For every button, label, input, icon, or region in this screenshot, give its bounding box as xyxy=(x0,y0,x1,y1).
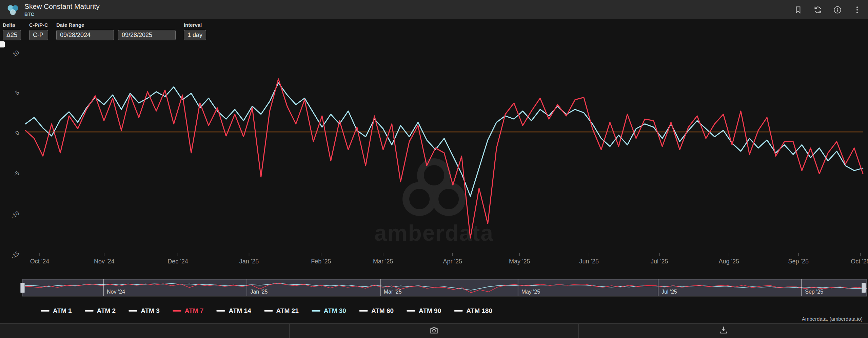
legend-label: ATM 14 xyxy=(229,307,251,315)
legend-item-atm-60[interactable]: ATM 60 xyxy=(359,307,394,315)
date-range-label: Date Range xyxy=(56,22,176,28)
info-icon[interactable] xyxy=(833,5,842,15)
legend-label: ATM 2 xyxy=(97,307,116,315)
legend-dash xyxy=(85,310,94,312)
interval-label: Interval xyxy=(184,22,206,28)
x-tick-label: Oct '24 xyxy=(30,258,49,265)
delta-label: Delta xyxy=(3,22,21,28)
toolbar-cell-left[interactable] xyxy=(0,324,289,338)
legend-label: ATM 7 xyxy=(185,307,204,315)
kebab-menu-icon[interactable] xyxy=(852,5,862,15)
legend-dash xyxy=(359,310,368,312)
interval-select[interactable]: 1 day xyxy=(184,30,206,40)
legend-label: ATM 90 xyxy=(419,307,441,315)
legend-label: ATM 60 xyxy=(371,307,394,315)
legend-label: ATM 3 xyxy=(141,307,160,315)
left-edge-handle[interactable] xyxy=(0,41,5,47)
legend-label: ATM 21 xyxy=(276,307,299,315)
header-actions xyxy=(793,5,862,15)
legend-item-atm-180[interactable]: ATM 180 xyxy=(454,307,492,315)
delta-select[interactable]: Δ25 xyxy=(3,30,21,40)
legend-label: ATM 180 xyxy=(466,307,492,315)
navigator-left-handle[interactable] xyxy=(20,283,25,293)
x-tick-label: Feb '25 xyxy=(311,258,331,265)
legend-item-atm-3[interactable]: ATM 3 xyxy=(129,307,160,315)
y-tick-label: -5 xyxy=(13,170,20,178)
x-tick-label: Apr '25 xyxy=(443,258,462,265)
x-tick-label: Mar '25 xyxy=(373,258,393,265)
y-tick-label: 10 xyxy=(12,49,20,58)
legend-dash xyxy=(407,310,415,312)
x-tick-label: May '25 xyxy=(509,258,530,265)
legend-dash xyxy=(216,310,225,312)
y-tick-label: -10 xyxy=(10,210,20,220)
cppc-label: C-P/P-C xyxy=(29,22,48,28)
y-tick-label: 0 xyxy=(14,130,21,137)
date-end-input[interactable] xyxy=(118,30,176,40)
x-tick-label: Jan '25 xyxy=(239,258,259,265)
x-tick-label: Sep '25 xyxy=(788,258,809,265)
refresh-icon[interactable] xyxy=(813,5,823,15)
x-tick-label: Aug '25 xyxy=(719,258,739,265)
navigator-right-handle[interactable] xyxy=(862,283,866,293)
filter-group-date-range: Date Range xyxy=(56,22,176,40)
filter-group-interval: Interval 1 day xyxy=(184,22,206,40)
legend-dash xyxy=(41,310,50,312)
download-icon xyxy=(719,326,728,336)
legend-item-atm-14[interactable]: ATM 14 xyxy=(216,307,251,315)
legend-label: ATM 1 xyxy=(53,307,72,315)
legend-dash xyxy=(264,310,273,312)
camera-icon xyxy=(430,326,438,336)
x-tick-label: Jun '25 xyxy=(579,258,599,265)
date-range-inputs xyxy=(56,30,176,40)
legend-label: ATM 30 xyxy=(324,307,346,315)
legend-dash xyxy=(173,310,181,312)
bottom-toolbar xyxy=(0,323,868,338)
page-subtitle: BTC xyxy=(24,12,100,17)
range-navigator[interactable] xyxy=(22,279,867,296)
filter-bar: Delta Δ25 C-P/P-C C-P Date Range Interva… xyxy=(0,19,868,42)
app-root: Skew Constant Maturity BTC xyxy=(0,0,868,338)
y-tick-label: 5 xyxy=(14,89,21,96)
legend-item-atm-21[interactable]: ATM 21 xyxy=(264,307,299,315)
legend-dash xyxy=(454,310,463,312)
toolbar-cell-download[interactable] xyxy=(578,324,868,338)
legend-item-atm-7[interactable]: ATM 7 xyxy=(173,307,204,315)
header: Skew Constant Maturity BTC xyxy=(0,0,868,19)
legend-item-atm-2[interactable]: ATM 2 xyxy=(85,307,116,315)
title-block: Skew Constant Maturity BTC xyxy=(24,2,100,17)
toolbar-cell-camera[interactable] xyxy=(289,324,579,338)
x-tick-label: Nov '24 xyxy=(94,258,114,265)
legend-item-atm-1[interactable]: ATM 1 xyxy=(41,307,72,315)
cppc-select[interactable]: C-P xyxy=(29,30,48,40)
x-tick-label: Dec '24 xyxy=(167,258,188,265)
x-tick-label: Oct '25 xyxy=(851,258,868,265)
filter-group-delta: Delta Δ25 xyxy=(3,22,21,40)
date-start-input[interactable] xyxy=(56,30,114,40)
page-title: Skew Constant Maturity xyxy=(24,2,100,11)
x-tick-label: Jul '25 xyxy=(651,258,668,265)
legend-item-atm-90[interactable]: ATM 90 xyxy=(407,307,441,315)
y-tick-label: -15 xyxy=(10,250,20,260)
plot-area[interactable] xyxy=(25,52,863,253)
legend-dash xyxy=(312,310,320,312)
legend-item-atm-30[interactable]: ATM 30 xyxy=(312,307,346,315)
amberdata-logo-icon xyxy=(6,3,20,17)
attribution: Amberdata, (amberdata.io) xyxy=(802,316,863,322)
bookmark-icon[interactable] xyxy=(793,5,803,15)
legend: ATM 1ATM 2ATM 3ATM 7ATM 14ATM 21ATM 30AT… xyxy=(41,305,492,317)
legend-dash xyxy=(129,310,137,312)
filter-group-cppc: C-P/P-C C-P xyxy=(29,22,48,40)
